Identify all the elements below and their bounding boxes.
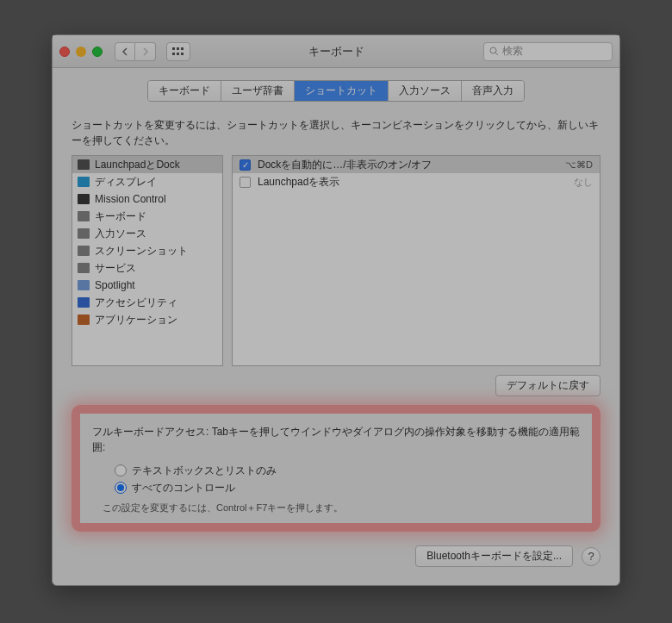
nav-buttons bbox=[115, 42, 156, 61]
search-input[interactable]: 検索 bbox=[483, 42, 613, 61]
forward-button[interactable] bbox=[135, 42, 156, 61]
category-row[interactable]: Mission Control bbox=[72, 190, 222, 208]
tab-4[interactable]: 音声入力 bbox=[462, 81, 524, 101]
category-row[interactable]: LaunchpadとDock bbox=[72, 156, 222, 173]
minimize-window-button[interactable] bbox=[76, 47, 86, 57]
category-icon bbox=[78, 194, 90, 204]
bluetooth-keyboard-button[interactable]: Bluetoothキーボードを設定... bbox=[415, 545, 573, 567]
fka-option-all-label: すべてのコントロール bbox=[132, 481, 235, 495]
tab-2[interactable]: ショートカット bbox=[295, 81, 389, 101]
preferences-window: キーボード 検索 キーボードユーザ辞書ショートカット入力ソース音声入力 ショート… bbox=[52, 34, 620, 586]
radio-icon bbox=[115, 482, 127, 494]
shortcut-checkbox[interactable] bbox=[240, 177, 251, 188]
category-icon bbox=[78, 280, 90, 290]
category-label: 入力ソース bbox=[95, 227, 146, 241]
category-row[interactable]: キーボード bbox=[72, 208, 222, 225]
close-window-button[interactable] bbox=[59, 47, 70, 57]
shortcut-list[interactable]: ✓Dockを自動的に…/非表示のオン/オフ⌥⌘DLaunchpadを表示なし bbox=[232, 155, 600, 366]
category-label: アクセシビリティ bbox=[95, 296, 177, 310]
full-keyboard-access-section: フルキーボードアクセス: Tabキーを押してウインドウやダイアログ内の操作対象を… bbox=[72, 405, 600, 532]
category-row[interactable]: Spotlight bbox=[72, 277, 222, 294]
svg-rect-1 bbox=[177, 47, 179, 50]
footer-row: Bluetoothキーボードを設定... ? bbox=[72, 545, 600, 567]
grid-icon bbox=[172, 47, 184, 56]
svg-rect-3 bbox=[172, 53, 175, 55]
svg-rect-2 bbox=[181, 47, 184, 50]
zoom-window-button[interactable] bbox=[92, 47, 103, 57]
help-button[interactable]: ? bbox=[582, 547, 600, 566]
shortcut-key[interactable]: ⌥⌘D bbox=[565, 159, 593, 171]
category-icon bbox=[78, 177, 90, 187]
fka-option-text-only-label: テキストボックスとリストのみ bbox=[132, 464, 277, 478]
category-row[interactable]: アプリケーション bbox=[72, 311, 222, 328]
shortcut-checkbox[interactable]: ✓ bbox=[240, 159, 251, 171]
chevron-left-icon bbox=[121, 47, 128, 56]
svg-rect-5 bbox=[181, 53, 184, 55]
category-label: ディスプレイ bbox=[95, 175, 157, 190]
tab-0[interactable]: キーボード bbox=[148, 81, 221, 101]
category-icon bbox=[78, 246, 90, 256]
category-icon bbox=[78, 315, 90, 325]
category-label: キーボード bbox=[95, 209, 146, 224]
search-icon bbox=[489, 47, 499, 56]
shortcut-label: Dockを自動的に…/非表示のオン/オフ bbox=[258, 158, 558, 172]
svg-point-6 bbox=[490, 47, 496, 53]
chevron-right-icon bbox=[142, 47, 149, 56]
tab-bar: キーボードユーザ辞書ショートカット入力ソース音声入力 bbox=[72, 80, 600, 102]
category-list[interactable]: LaunchpadとDockディスプレイMission Controlキーボード… bbox=[72, 155, 223, 366]
category-icon bbox=[78, 228, 90, 239]
category-row[interactable]: スクリーンショット bbox=[72, 242, 222, 259]
restore-defaults-button[interactable]: デフォルトに戻す bbox=[495, 375, 600, 396]
category-label: スクリーンショット bbox=[95, 244, 188, 259]
fka-option-text-only[interactable]: テキストボックスとリストのみ bbox=[115, 462, 580, 479]
category-row[interactable]: ディスプレイ bbox=[72, 173, 222, 190]
back-button[interactable] bbox=[115, 42, 135, 61]
instructions-text: ショートカットを変更するには、ショートカットを選択し、キーコンビネーションをクリ… bbox=[72, 117, 600, 148]
content-area: キーボードユーザ辞書ショートカット入力ソース音声入力 ショートカットを変更するに… bbox=[53, 68, 619, 585]
category-label: アプリケーション bbox=[95, 313, 177, 327]
shortcut-row[interactable]: Launchpadを表示なし bbox=[233, 173, 600, 190]
category-row[interactable]: サービス bbox=[72, 259, 222, 277]
help-icon: ? bbox=[588, 550, 594, 563]
category-row[interactable]: アクセシビリティ bbox=[72, 294, 222, 311]
category-label: LaunchpadとDock bbox=[95, 158, 180, 172]
tab-3[interactable]: 入力ソース bbox=[389, 81, 462, 101]
category-row[interactable]: 入力ソース bbox=[72, 225, 222, 242]
show-all-button[interactable] bbox=[166, 42, 190, 61]
titlebar: キーボード 検索 bbox=[53, 35, 619, 68]
shortcut-row[interactable]: ✓Dockを自動的に…/非表示のオン/オフ⌥⌘D bbox=[233, 156, 600, 173]
category-icon bbox=[78, 263, 90, 273]
category-label: Mission Control bbox=[95, 193, 166, 205]
fka-hint: この設定を変更するには、Control＋F7キーを押します。 bbox=[103, 502, 580, 514]
svg-line-7 bbox=[495, 53, 498, 55]
shortcut-label: Launchpadを表示 bbox=[258, 175, 567, 190]
traffic-lights bbox=[59, 47, 103, 57]
radio-icon bbox=[115, 464, 127, 477]
fka-heading: フルキーボードアクセス: Tabキーを押してウインドウやダイアログ内の操作対象を… bbox=[92, 424, 580, 455]
category-icon bbox=[78, 159, 90, 170]
tab-1[interactable]: ユーザ辞書 bbox=[221, 81, 295, 101]
category-label: Spotlight bbox=[95, 279, 135, 291]
category-icon bbox=[78, 297, 90, 308]
category-icon bbox=[78, 211, 90, 221]
search-placeholder: 検索 bbox=[502, 44, 523, 59]
fka-option-all-controls[interactable]: すべてのコントロール bbox=[115, 479, 580, 496]
shortcut-key[interactable]: なし bbox=[574, 176, 593, 189]
category-label: サービス bbox=[95, 261, 136, 276]
svg-rect-0 bbox=[172, 47, 175, 50]
panes: LaunchpadとDockディスプレイMission Controlキーボード… bbox=[72, 155, 600, 366]
svg-rect-4 bbox=[177, 53, 179, 55]
